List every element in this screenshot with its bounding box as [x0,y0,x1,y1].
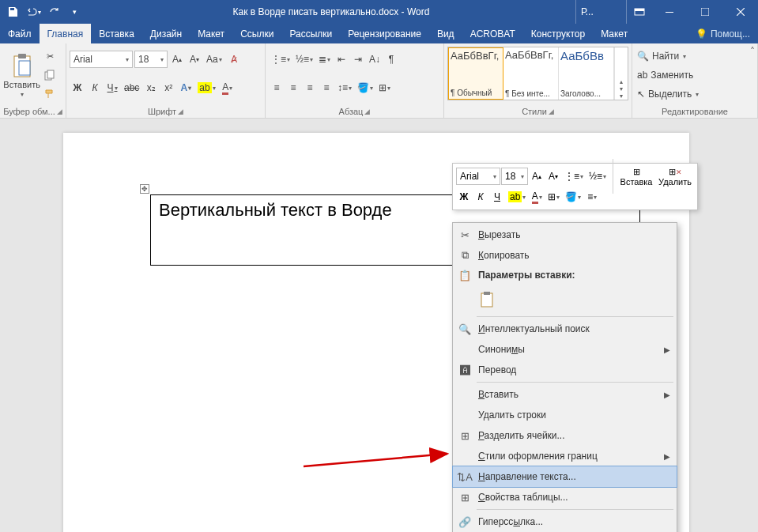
mini-highlight[interactable]: ab▾ [506,188,528,206]
ctx-smart-lookup[interactable]: 🔍Интеллектуальный поиск [453,319,677,339]
ctx-insert[interactable]: Вставить▶ [453,384,677,405]
cut-button[interactable]: ✂ [40,48,59,64]
tell-me-search[interactable]: 💡 Помощ... [688,24,758,43]
style-heading1[interactable]: АаБбВв Заголово... [559,47,614,100]
svg-rect-2 [666,12,673,13]
mini-numbering[interactable]: ½≡▾ [586,168,609,185]
find-button[interactable]: 🔍Найти▾ [635,47,754,66]
table-move-handle[interactable]: ✥ [140,184,149,194]
align-left-button[interactable]: ≡ [269,79,285,96]
style-no-spacing[interactable]: АаБбВвГг, ¶ Без инте... [503,47,559,100]
subscript-button[interactable]: x₂ [143,79,159,96]
ctx-cut[interactable]: ✂ВВырезатьырезать [453,224,677,245]
numbering-button[interactable]: ½≡▾ [293,51,315,68]
collapse-ribbon-button[interactable]: ˄ [750,46,755,57]
highlight-button[interactable]: ab▾ [195,79,217,96]
copy-icon: ⧉ [456,249,473,262]
line-spacing-button[interactable]: ↕≡▾ [335,79,354,96]
bullets-button[interactable]: ⋮≡▾ [269,51,292,68]
ctx-hyperlink[interactable]: 🔗Гиперссылка... [453,511,677,532]
search-icon: 🔍 [456,323,473,335]
close-button[interactable] [722,0,758,24]
mini-shading[interactable]: 🪣▾ [563,188,583,206]
tab-references[interactable]: Ссылки [232,24,281,43]
copy-button[interactable] [40,67,59,83]
align-center-button[interactable]: ≡ [285,79,301,96]
shrink-font-button[interactable]: A▾ [187,51,202,68]
text-effects-button[interactable]: A▾ [178,79,194,96]
ctx-delete-rows[interactable]: Удалить строки [453,405,677,425]
font-size-combo[interactable]: 18▾ [134,51,168,68]
tab-acrobat[interactable]: ACROBAT [462,24,523,43]
mini-borders[interactable]: ⊞▾ [545,188,562,206]
font-name-combo[interactable]: Arial▾ [70,51,133,68]
tab-view[interactable]: Вид [429,24,462,43]
shading-button[interactable]: 🪣▾ [355,79,375,96]
mini-shrink-font[interactable]: A▾ [545,168,561,185]
ctx-border-styles[interactable]: Стили оформления границ▶ [453,446,677,466]
borders-button[interactable]: ⊞▾ [376,79,393,96]
ctx-table-properties[interactable]: ⊞Свойства таблицы... [453,487,677,507]
minimize-button[interactable] [651,0,687,24]
decrease-indent-button[interactable]: ⇤ [334,51,349,68]
svg-rect-1 [635,9,644,11]
tab-file[interactable]: Файл [0,24,40,43]
mini-font-color[interactable]: A▾ [529,188,545,206]
tab-mailings[interactable]: Рассылки [281,24,340,43]
tab-layout[interactable]: Макет [190,24,232,43]
tab-table-layout[interactable]: Макет [593,24,635,43]
ctx-copy[interactable]: ⧉Копировать [453,245,677,266]
format-painter-button[interactable] [40,86,59,102]
mini-font-combo[interactable]: Arial▾ [456,168,500,185]
font-color-button[interactable]: A▾ [220,79,236,96]
mini-italic[interactable]: К [473,188,488,206]
table-properties-icon: ⊞ [456,492,473,504]
search-icon: 🔍 [637,51,649,62]
svg-rect-5 [18,54,26,58]
mini-bullets[interactable]: ⋮≡▾ [562,168,586,185]
clear-formatting-button[interactable]: A̷ [226,51,242,68]
tab-design[interactable]: Дизайн [142,24,190,43]
change-case-button[interactable]: Aa▾ [204,51,224,68]
tab-insert[interactable]: Вставка [91,24,142,43]
ctx-text-direction[interactable]: ⇅AНаправление текста... [453,466,677,487]
strikethrough-button[interactable]: abc [122,79,141,96]
sort-button[interactable]: A↓ [367,51,383,68]
align-right-button[interactable]: ≡ [302,79,318,96]
tab-table-design[interactable]: Конструктор [523,24,593,43]
mini-toolbar: Arial▾ 18▾ A▴ A▾ ⋮≡▾ ½≡▾ ⊞Вставка ⊞✕Удал… [452,163,698,210]
paste-keep-source[interactable] [477,289,499,311]
qat-customize-button[interactable]: ▾ [65,2,84,21]
ribbon-display-options-button[interactable] [626,0,651,24]
italic-button[interactable]: К [87,79,103,96]
grow-font-button[interactable]: A▴ [169,51,185,68]
tab-home[interactable]: Главная [40,24,92,43]
ctx-synonyms[interactable]: Синонимы▶ [453,339,677,360]
tab-review[interactable]: Рецензирование [340,24,429,43]
save-button[interactable] [3,2,22,21]
style-normal[interactable]: АаБбВвГг, ¶ Обычный [448,47,503,100]
superscript-button[interactable]: x² [160,79,176,96]
redo-button[interactable] [44,2,63,21]
mini-underline[interactable]: Ч [489,188,505,206]
increase-indent-button[interactable]: ⇥ [350,51,366,68]
underline-button[interactable]: Ч▾ [104,79,120,96]
replace-button[interactable]: abЗаменить [635,66,754,85]
multilevel-list-button[interactable]: ≣▾ [316,51,333,68]
justify-button[interactable]: ≡ [319,79,334,96]
ctx-split-cells[interactable]: ⊞Разделить ячейки... [453,425,677,446]
svg-rect-8 [47,70,54,78]
mini-align[interactable]: ≡▾ [584,188,600,206]
undo-button[interactable]: ▾ [24,2,43,21]
bold-button[interactable]: Ж [70,79,85,96]
account-indicator[interactable]: Р... [575,0,626,24]
maximize-button[interactable] [687,0,722,24]
ctx-translate[interactable]: 🅰Перевод [453,360,677,380]
select-button[interactable]: ↖Выделить▾ [635,85,754,104]
styles-more-button[interactable]: ▴▾▾ [614,47,627,100]
mini-size-combo[interactable]: 18▾ [501,168,528,185]
mini-bold[interactable]: Ж [456,188,472,206]
mini-grow-font[interactable]: A▴ [529,168,545,185]
show-marks-button[interactable]: ¶ [383,51,399,68]
paste-button[interactable]: Вставить ▾ [3,45,40,105]
